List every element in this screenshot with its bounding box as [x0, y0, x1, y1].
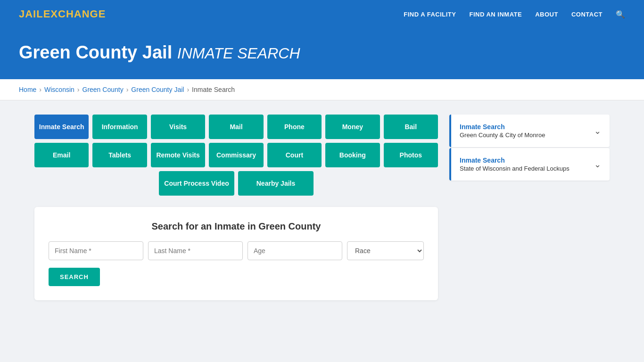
main-nav: FIND A FACILITY FIND AN INMATE ABOUT CON…: [404, 10, 625, 19]
search-form-title: Search for an Inmate in Green County: [49, 221, 424, 232]
hero-title-italic: INMATE SEARCH: [177, 45, 300, 62]
tab-remote-visits[interactable]: Remote Visits: [151, 143, 205, 167]
sidebar-card-green-county-title: Inmate Search: [460, 123, 545, 131]
left-column: Inmate Search Information Visits Mail Ph…: [34, 115, 438, 300]
main-content: Inmate Search Information Visits Mail Ph…: [16, 100, 628, 314]
age-input[interactable]: [248, 241, 342, 260]
sidebar-card-wisconsin-title: Inmate Search: [460, 156, 570, 164]
nav-about[interactable]: ABOUT: [535, 11, 558, 18]
sidebar-card-green-county-header[interactable]: Inmate Search Green County & City of Mon…: [451, 115, 610, 147]
tab-row-2: Email Tablets Remote Visits Commissary C…: [34, 143, 438, 167]
search-icon[interactable]: 🔍: [616, 10, 625, 19]
hero-title-bold: Green County Jail: [19, 42, 172, 62]
last-name-input[interactable]: [148, 241, 243, 260]
tab-row-3: Court Process Video Nearby Jails: [34, 171, 438, 196]
breadcrumb-green-county[interactable]: Green County: [83, 86, 124, 93]
tab-tablets[interactable]: Tablets: [92, 143, 147, 167]
sidebar-card-wisconsin-header[interactable]: Inmate Search State of Wisconsin and Fed…: [451, 148, 610, 181]
tab-photos[interactable]: Photos: [384, 143, 438, 167]
sidebar-card-wisconsin: Inmate Search State of Wisconsin and Fed…: [449, 148, 610, 181]
chevron-down-icon-2: ⌄: [594, 159, 601, 170]
sidebar-card-green-county: Inmate Search Green County & City of Mon…: [449, 115, 610, 147]
tab-booking[interactable]: Booking: [325, 143, 380, 167]
tab-court-process-video[interactable]: Court Process Video: [159, 171, 234, 196]
page-heading: Green County Jail INMATE SEARCH: [19, 42, 625, 63]
breadcrumb-green-county-jail[interactable]: Green County Jail: [131, 86, 184, 93]
site-header: JAILEXCHANGE FIND A FACILITY FIND AN INM…: [0, 0, 644, 28]
breadcrumb-home[interactable]: Home: [19, 86, 36, 93]
chevron-down-icon: ⌄: [594, 126, 601, 136]
sidebar: Inmate Search Green County & City of Mon…: [449, 115, 610, 181]
tab-email[interactable]: Email: [34, 143, 89, 167]
breadcrumb-wisconsin[interactable]: Wisconsin: [44, 86, 74, 93]
logo-jail: JAIL: [19, 8, 43, 20]
breadcrumb-sep-4: ›: [187, 86, 189, 93]
search-form-container: Search for an Inmate in Green County Rac…: [34, 207, 438, 300]
site-logo[interactable]: JAILEXCHANGE: [19, 8, 106, 20]
tab-row-1: Inmate Search Information Visits Mail Ph…: [34, 115, 438, 139]
hero-section: Green County Jail INMATE SEARCH: [0, 28, 644, 79]
sidebar-card-wisconsin-subtitle: State of Wisconsin and Federal Lockups: [460, 165, 570, 172]
tab-bail[interactable]: Bail: [384, 115, 438, 139]
nav-find-inmate[interactable]: FIND AN INMATE: [469, 11, 522, 18]
breadcrumb-sep-2: ›: [77, 86, 80, 93]
breadcrumb-current: Inmate Search: [192, 86, 235, 93]
logo-exchange: EXCHANGE: [43, 8, 106, 20]
tab-money[interactable]: Money: [325, 115, 380, 139]
search-fields-row: Race White Black Hispanic Asian Other: [49, 241, 424, 260]
tab-information[interactable]: Information: [92, 115, 147, 139]
tab-visits[interactable]: Visits: [151, 115, 205, 139]
tab-commissary[interactable]: Commissary: [209, 143, 263, 167]
tab-phone[interactable]: Phone: [267, 115, 322, 139]
breadcrumb: Home › Wisconsin › Green County › Green …: [0, 79, 644, 100]
sidebar-card-green-county-subtitle: Green County & City of Monroe: [460, 132, 545, 139]
breadcrumb-sep-1: ›: [39, 86, 41, 93]
search-button[interactable]: SEARCH: [49, 268, 100, 286]
tab-nearby-jails[interactable]: Nearby Jails: [238, 171, 314, 196]
breadcrumb-sep-3: ›: [126, 86, 129, 93]
nav-find-facility[interactable]: FIND A FACILITY: [404, 11, 456, 18]
first-name-input[interactable]: [49, 241, 143, 260]
race-select[interactable]: Race White Black Hispanic Asian Other: [347, 241, 424, 260]
nav-contact[interactable]: CONTACT: [571, 11, 603, 18]
tab-court[interactable]: Court: [267, 143, 322, 167]
tab-mail[interactable]: Mail: [209, 115, 263, 139]
tab-inmate-search[interactable]: Inmate Search: [34, 115, 89, 139]
